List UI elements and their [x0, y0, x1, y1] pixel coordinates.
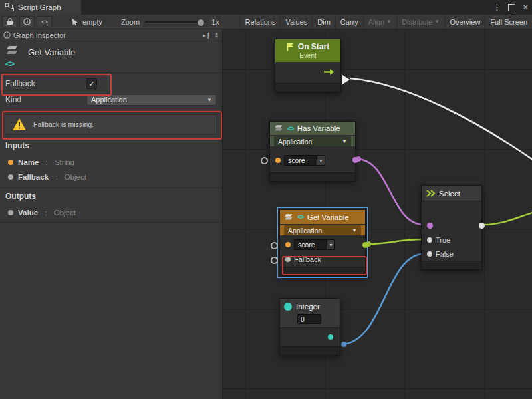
- variable-name-field[interactable]: score ▼: [284, 155, 325, 166]
- dim-button[interactable]: Dim: [312, 15, 335, 29]
- input-row-fallback: Fallback : Object: [0, 170, 222, 184]
- wire-select-output: [483, 213, 532, 225]
- flag-icon: [287, 43, 294, 51]
- port-dot-gray[interactable]: [285, 257, 291, 262]
- select-output-port[interactable]: [479, 223, 485, 229]
- select-icon: [426, 189, 436, 198]
- zoom-label: Zoom: [121, 18, 140, 26]
- dropdown-arrow-icon: ▼: [207, 97, 212, 103]
- name-input-port[interactable]: [261, 157, 268, 164]
- dropdown-arrow-icon: ▼: [386, 19, 392, 25]
- kind-dropdown[interactable]: Application ▼: [284, 225, 361, 235]
- dropdown-arrow-icon[interactable]: ▼: [327, 239, 335, 250]
- graph-canvas[interactable]: On Start Event <> Has Variabl: [223, 29, 532, 399]
- kebab-menu-icon[interactable]: ⋮: [493, 0, 501, 15]
- node-title: Integer: [296, 303, 320, 311]
- value-output-port[interactable]: [362, 242, 368, 248]
- integer-value-field[interactable]: 0: [297, 314, 321, 324]
- condition-row: [422, 219, 481, 233]
- value-output-port[interactable]: [328, 334, 333, 340]
- inputs-header: Inputs: [5, 141, 29, 150]
- kind-dropdown[interactable]: Application ▼: [86, 94, 217, 106]
- wire-layer: [223, 29, 532, 399]
- fallback-row: Fallback: [280, 252, 365, 267]
- lock-icon: [7, 18, 13, 25]
- port-dot-orange[interactable]: [275, 158, 281, 163]
- true-input-port[interactable]: [427, 237, 432, 243]
- lock-button[interactable]: [2, 16, 17, 27]
- fallback-input-port[interactable]: [271, 257, 278, 264]
- code-icon: <>: [41, 19, 47, 25]
- code-icon: <>: [5, 59, 25, 68]
- node-footer: [275, 83, 340, 92]
- fallback-checkbox[interactable]: ✓: [86, 78, 97, 89]
- output-row-value: Value : Object: [0, 206, 222, 219]
- outputs-header: Outputs: [5, 192, 36, 201]
- input-row-name: Name : String: [0, 156, 222, 169]
- result-output-port[interactable]: [352, 157, 358, 163]
- node-title-block: <> Get Variable: [0, 41, 222, 73]
- port-dot-orange[interactable]: [285, 242, 291, 247]
- info-icon: [23, 18, 31, 25]
- port-dot-gray: [8, 174, 13, 180]
- code-button[interactable]: <>: [37, 16, 52, 27]
- warning-icon: [12, 118, 27, 131]
- flow-output-port[interactable]: [342, 75, 350, 84]
- tab-title: Script Graph: [18, 3, 61, 11]
- dropdown-arrow-icon: ▼: [352, 227, 357, 233]
- zoom-slider-knob[interactable]: [197, 19, 205, 27]
- selection-label: empty: [82, 18, 102, 26]
- node-on-start[interactable]: On Start Event: [275, 39, 341, 92]
- check-icon: ✓: [88, 80, 94, 88]
- zoom-value: 1x: [211, 18, 219, 26]
- zoom-slider[interactable]: [145, 17, 206, 27]
- close-icon[interactable]: ×: [523, 0, 528, 15]
- relations-button[interactable]: Relations: [240, 15, 281, 29]
- variables-icon: [284, 213, 294, 221]
- inspected-node-title: Get Variable: [28, 47, 75, 57]
- inspector-header: Graph Inspector ▸❙ ▲▼: [0, 29, 222, 41]
- kind-label: Kind: [5, 95, 21, 104]
- node-has-variable[interactable]: <> Has Variable Application ▼ score ▼: [269, 121, 356, 182]
- fallback-label: Fallback: [5, 79, 35, 88]
- carry-button[interactable]: Carry: [335, 15, 363, 29]
- inspector-title: Graph Inspector: [13, 31, 203, 39]
- variables-icon: [274, 124, 284, 132]
- panel-scroll-arrows-icon[interactable]: ▲▼: [215, 32, 219, 39]
- port-dot-gray: [8, 210, 13, 215]
- info-button[interactable]: [19, 16, 35, 27]
- title-bar: Script Graph ⋮ ×: [0, 0, 532, 15]
- overview-button[interactable]: Overview: [445, 15, 485, 29]
- dock-icon[interactable]: ▸❙: [203, 32, 211, 39]
- variable-name-field[interactable]: score ▼: [294, 239, 335, 250]
- warning-text: Fallback is missing.: [33, 120, 94, 128]
- node-get-variable[interactable]: <> Get Variable Application ▼ score ▼: [279, 209, 366, 276]
- kind-dropdown[interactable]: Application ▼: [274, 136, 351, 146]
- node-integer[interactable]: Integer 0: [279, 298, 340, 356]
- maximize-icon[interactable]: [508, 4, 515, 11]
- flow-arrow-icon: [323, 68, 335, 76]
- name-row: score ▼: [280, 237, 365, 252]
- wire-getvariable-select-true: [366, 239, 424, 244]
- name-input-port[interactable]: [271, 242, 278, 249]
- node-footer: [270, 172, 355, 181]
- fullscreen-button[interactable]: Full Screen: [485, 15, 532, 29]
- warning-box: Fallback is missing.: [5, 114, 217, 134]
- tab-script-graph[interactable]: Script Graph: [0, 0, 81, 15]
- node-title: On Start: [298, 42, 329, 51]
- node-subtitle: Event: [279, 52, 336, 59]
- false-input-port[interactable]: [427, 251, 432, 257]
- graph-toolbar: <> empty Zoom 1x Relations Values Dim Ca…: [0, 15, 532, 29]
- distribute-button: Distribute▼: [396, 15, 444, 29]
- node-footer: [280, 267, 365, 275]
- node-select[interactable]: Select True False: [421, 185, 482, 270]
- pointer-icon: [72, 18, 79, 26]
- wire-hasvariable-select: [356, 159, 424, 225]
- condition-input-port[interactable]: [427, 223, 433, 229]
- values-button[interactable]: Values: [280, 15, 312, 29]
- dropdown-arrow-icon[interactable]: ▼: [317, 155, 325, 166]
- fallback-toggle-row: Fallback ✓: [0, 76, 222, 92]
- code-icon: <>: [287, 125, 294, 132]
- integer-icon: [284, 303, 292, 311]
- false-row: False: [422, 247, 481, 261]
